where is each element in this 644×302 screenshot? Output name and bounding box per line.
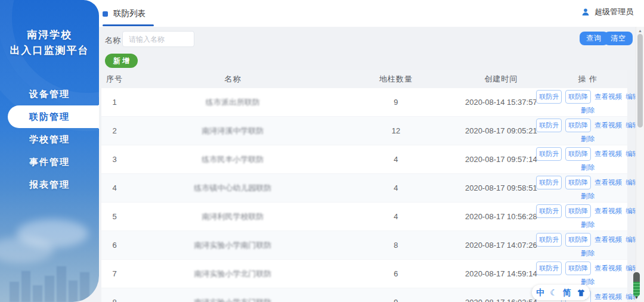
decor-cloud — [0, 237, 54, 263]
view-video-link[interactable]: 查看视频 — [595, 207, 622, 216]
cell-index: 7 — [101, 269, 128, 278]
view-video-link[interactable]: 查看视频 — [595, 150, 622, 158]
sidebar-menu: 设备管理 联防管理 学校管理 事件管理 报表管理 — [0, 83, 99, 196]
cell-created: 2020-08-17 10:56:28 — [454, 212, 549, 221]
row-name-text: 南浔利民学校联防 — [202, 212, 264, 221]
lianfang-down-button[interactable]: 联防降 — [565, 176, 591, 189]
lianfang-down-button[interactable]: 联防降 — [565, 147, 591, 161]
lianfang-up-button[interactable]: 联防升 — [536, 147, 562, 161]
delete-link[interactable]: 删除 — [581, 250, 595, 257]
view-video-link[interactable]: 查看视频 — [595, 92, 622, 101]
view-video-link[interactable]: 查看视频 — [595, 264, 622, 273]
add-new-button[interactable]: 新增 — [105, 54, 138, 68]
decor-building — [33, 285, 42, 302]
name-filter-label: 名称 — [105, 35, 120, 46]
table-row: 4 练市镇中心幼儿园联防 4 2020-08-17 09:58:51 联防升 联… — [101, 174, 627, 203]
cell-created: 2020-08-17 09:57:14 — [454, 155, 549, 164]
tab-label: 联防列表 — [113, 8, 145, 19]
delete-link[interactable]: 删除 — [581, 192, 595, 200]
sidebar-item-school-mgmt[interactable]: 学校管理 — [0, 128, 99, 151]
user-account[interactable]: 超级管理员 — [581, 7, 633, 17]
sidebar-item-label: 联防管理 — [29, 111, 70, 122]
lianfang-down-button[interactable]: 联防降 — [565, 119, 591, 132]
cell-index: 8 — [101, 298, 128, 302]
cell-count: 6 — [338, 269, 454, 278]
cell-operations: 联防升 联防降 查看视频 编辑 删除 — [549, 176, 627, 201]
scrollbar-thumb[interactable] — [637, 34, 643, 127]
table-row: 1 练市派出所联防 9 2020-08-14 15:37:57 联防升 联防降 … — [101, 88, 627, 117]
cell-created: 2020-08-17 09:05:21 — [454, 126, 549, 135]
col-header-count: 地柱数量 — [338, 74, 454, 85]
cell-name: 练市派出所联防 — [128, 97, 338, 108]
view-video-link[interactable]: 查看视频 — [595, 121, 622, 130]
decor-building — [69, 281, 78, 302]
table-row: 2 南浔浔溪中学联防 12 2020-08-17 09:05:21 联防升 联防… — [101, 117, 627, 145]
delete-link[interactable]: 删除 — [581, 164, 595, 171]
table-header-row: 序号 名称 地柱数量 创建时间 操 作 — [101, 70, 627, 88]
tab-lianfang-list[interactable]: 联防列表 — [103, 8, 145, 19]
lianfang-down-button[interactable]: 联防降 — [565, 261, 591, 275]
cell-count: 4 — [338, 155, 454, 164]
lianfang-up-button[interactable]: 联防升 — [536, 90, 562, 104]
platform-title-line1: 南浔学校 — [0, 27, 99, 43]
cell-name: 练市民丰小学联防 — [128, 154, 338, 165]
cell-created: 2020-08-17 14:07:26 — [454, 241, 549, 250]
scroll-up-arrow-icon[interactable]: ▲ — [638, 29, 642, 33]
moon-icon[interactable]: ☾ — [550, 288, 558, 297]
table-row: 6 南浔实验小学南门联防 8 2020-08-17 14:07:26 联防升 联… — [101, 231, 627, 260]
delete-link[interactable]: 删除 — [581, 278, 595, 285]
table-row: 5 南浔利民学校联防 4 2020-08-17 10:56:28 联防升 联防降… — [101, 203, 627, 231]
decor-building — [10, 282, 19, 302]
lianfang-up-button[interactable]: 联防升 — [536, 176, 562, 189]
view-video-link[interactable]: 查看视频 — [595, 292, 622, 301]
delete-link[interactable]: 删除 — [581, 107, 595, 114]
cell-name: 南浔利民学校联防 — [128, 211, 338, 222]
cell-index: 4 — [101, 183, 128, 192]
sidebar-item-event-mgmt[interactable]: 事件管理 — [0, 151, 99, 173]
cell-count: 8 — [338, 241, 454, 250]
sidebar: 南浔学校 出入口监测平台 设备管理 联防管理 学校管理 事件管理 报表管理 — [0, 0, 99, 302]
cell-operations: 联防升 联防降 查看视频 编辑 删除 — [549, 204, 627, 229]
row-name-text: 练市民丰小学联防 — [202, 155, 264, 164]
table-row: 7 南浔实验小学北门联防 6 2020-08-17 14:59:14 联防升 联… — [101, 260, 627, 288]
lianfang-down-button[interactable]: 联防降 — [565, 233, 591, 247]
name-search-input[interactable] — [122, 31, 194, 47]
clear-button[interactable]: 清空 — [604, 32, 633, 45]
cell-name: 练市镇中心幼儿园联防 — [128, 183, 338, 194]
lianfang-up-button[interactable]: 联防升 — [536, 204, 562, 218]
cell-count: 9 — [338, 98, 454, 107]
ime-chinese-mode[interactable]: 中 — [536, 288, 544, 297]
delete-link[interactable]: 删除 — [581, 135, 595, 142]
cell-index: 5 — [101, 212, 128, 221]
lianfang-up-button[interactable]: 联防升 — [536, 261, 562, 275]
cell-operations: 联防升 联防降 查看视频 编辑 删除 — [549, 119, 627, 144]
ime-toolbar[interactable]: 中 ☾ 简 — [532, 285, 590, 300]
lianfang-down-button[interactable]: 联防降 — [565, 204, 591, 218]
cell-created: 2020-08-17 09:58:51 — [454, 183, 549, 192]
lianfang-table: 序号 名称 地柱数量 创建时间 操 作 1 练市派出所联防 9 2020-08-… — [101, 70, 627, 302]
row-name-text: 南浔实验小学南门联防 — [194, 241, 271, 250]
sidebar-item-device-mgmt[interactable]: 设备管理 — [0, 83, 99, 105]
cell-index: 3 — [101, 155, 128, 164]
cell-name: 南浔实验小学北门联防 — [128, 269, 338, 279]
view-video-link[interactable]: 查看视频 — [595, 178, 622, 187]
ime-simplified-mode[interactable]: 简 — [563, 288, 571, 297]
lianfang-up-button[interactable]: 联防升 — [536, 119, 562, 132]
decor-building — [45, 276, 54, 302]
cell-operations: 联防升 联防降 查看视频 编辑 删除 — [549, 233, 627, 258]
delete-link[interactable]: 删除 — [581, 221, 595, 228]
user-icon — [581, 7, 590, 17]
row-name-text: 南浔浔溪中学联防 — [202, 126, 264, 135]
ime-skin-shirt-icon[interactable] — [577, 288, 586, 297]
row-name-text: 练市派出所联防 — [206, 98, 260, 107]
decor-city-skyline — [0, 263, 99, 302]
sidebar-item-lianfang-mgmt[interactable]: 联防管理 — [8, 105, 99, 128]
vertical-scrollbar[interactable]: ▲ — [636, 27, 644, 302]
view-video-link[interactable]: 查看视频 — [595, 235, 622, 244]
lianfang-down-button[interactable]: 联防降 — [565, 90, 591, 104]
cell-name: 南浔实验小学东门联防 — [128, 297, 338, 302]
sidebar-item-report-mgmt[interactable]: 报表管理 — [0, 173, 99, 196]
lianfang-up-button[interactable]: 联防升 — [536, 233, 562, 247]
row-name-text: 南浔实验小学东门联防 — [194, 298, 271, 302]
scroll-down-arrow-icon[interactable]: ▼ — [634, 295, 639, 300]
